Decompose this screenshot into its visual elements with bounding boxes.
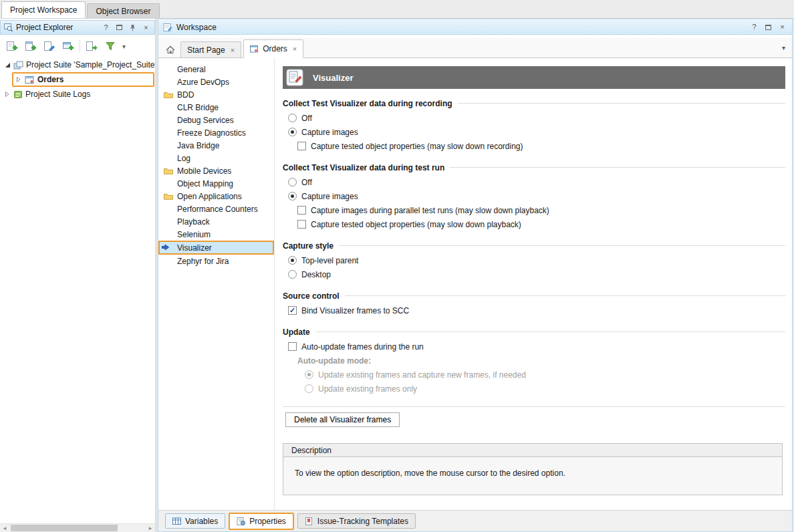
- check-glyph: ✓: [289, 307, 295, 314]
- radio-update-and-capture-new[interactable]: Update existing frames and capture new f…: [305, 368, 787, 382]
- export-item-button[interactable]: [83, 38, 100, 54]
- expand-icon[interactable]: [15, 76, 22, 83]
- radio-recording-off[interactable]: Off: [288, 111, 787, 125]
- tab-label: Start Page: [187, 45, 225, 55]
- radio-desktop[interactable]: Desktop: [288, 267, 787, 281]
- category-zephyr-for-jira[interactable]: Zephyr for Jira: [158, 255, 274, 267]
- radio-label: Top-level parent: [301, 256, 358, 265]
- float-window-icon[interactable]: [114, 23, 124, 33]
- radio-update-existing-only[interactable]: Update existing frames only: [305, 382, 787, 396]
- properties-icon: [237, 517, 245, 525]
- radio-checked-icon: [288, 128, 297, 136]
- radio-label: Off: [301, 178, 312, 187]
- tab-properties[interactable]: Properties: [229, 513, 294, 530]
- category-performance-counters[interactable]: Performance Counters: [158, 203, 274, 215]
- radio-testrun-off[interactable]: Off: [288, 175, 787, 189]
- radio-label: Capture images: [301, 128, 358, 137]
- tab-orders[interactable]: Orders ×: [243, 39, 303, 58]
- project-explorer-toolbar: ▾: [0, 36, 155, 56]
- expand-icon[interactable]: [4, 91, 11, 98]
- delete-visualizer-frames-button[interactable]: Delete all Visualizer frames: [285, 412, 400, 427]
- tab-variables[interactable]: Variables: [165, 513, 225, 529]
- checkbox-checked-icon: ✓: [288, 306, 297, 315]
- tab-label: Variables: [185, 517, 218, 526]
- category-label: BDD: [177, 90, 194, 100]
- tab-label: Issue-Tracking Templates: [317, 517, 408, 526]
- description-title: Description: [291, 446, 332, 455]
- category-azure-devops[interactable]: Azure DevOps: [158, 76, 274, 88]
- add-project-button[interactable]: [22, 38, 39, 54]
- orders-properties-editor: General Azure DevOps BDD CLR Bridge Debu…: [158, 58, 792, 510]
- tab-start-page[interactable]: Start Page ×: [180, 41, 241, 57]
- close-icon[interactable]: ×: [141, 23, 151, 33]
- category-selenium[interactable]: Selenium: [158, 228, 274, 241]
- help-icon[interactable]: ?: [749, 22, 759, 32]
- category-java-bridge[interactable]: Java Bridge: [158, 139, 274, 152]
- window-glyph: [116, 25, 122, 30]
- category-object-mapping[interactable]: Object Mapping: [158, 177, 274, 190]
- visualizer-icon: [286, 69, 303, 86]
- category-bdd[interactable]: BDD: [158, 88, 274, 101]
- category-log[interactable]: Log: [158, 152, 274, 164]
- scrollbar-thumb[interactable]: [11, 525, 118, 531]
- tree-item-label: Project Suite Logs: [25, 90, 90, 99]
- add-window-button[interactable]: [59, 38, 77, 54]
- category-clr-bridge[interactable]: CLR Bridge: [158, 101, 274, 114]
- scroll-left-icon[interactable]: ◂: [0, 524, 9, 532]
- category-label: Freeze Diagnostics: [177, 128, 246, 138]
- checkbox-icon: [288, 342, 297, 351]
- settings-page-header: Visualizer: [283, 66, 785, 89]
- scroll-right-icon[interactable]: ▸: [146, 524, 155, 532]
- radio-icon: [288, 114, 297, 122]
- radio-recording-capture-images[interactable]: Capture images: [288, 125, 787, 139]
- filter-button[interactable]: [102, 38, 119, 54]
- category-debug-services[interactable]: Debug Services: [158, 114, 274, 126]
- checkbox-auto-update-frames[interactable]: Auto-update frames during the run: [288, 340, 787, 354]
- tree-item-project-suite[interactable]: Project Suite 'Sample_Project_Suite' (1 …: [0, 59, 155, 71]
- category-general[interactable]: General: [158, 63, 274, 76]
- tab-object-browser[interactable]: Object Browser: [87, 3, 159, 18]
- edit-item-button[interactable]: [41, 38, 58, 54]
- toolbar-more-icon[interactable]: ▾: [120, 43, 128, 50]
- section-title-capture-style: Capture style: [283, 241, 785, 251]
- checkbox-testrun-capture-properties[interactable]: Capture tested object properties (may sl…: [297, 217, 787, 231]
- category-playback[interactable]: Playback: [158, 215, 274, 228]
- new-project-suite-button[interactable]: [3, 38, 21, 54]
- category-open-applications[interactable]: Open Applications: [158, 190, 274, 203]
- collapse-icon[interactable]: [4, 63, 11, 68]
- category-freeze-diagnostics[interactable]: Freeze Diagnostics: [158, 126, 274, 139]
- folder-icon: [164, 192, 173, 200]
- window-glyph: [765, 25, 771, 30]
- close-icon[interactable]: ×: [777, 22, 787, 32]
- pin-icon[interactable]: [128, 23, 138, 33]
- scrollbar-track[interactable]: [9, 524, 146, 532]
- home-icon[interactable]: [164, 41, 177, 57]
- radio-checked-icon: [288, 256, 297, 265]
- section-title-text: Collect Test Visualizer data during reco…: [283, 99, 452, 108]
- workspace-panel: Workspace ? × Start Page × Orders × ▾ Ge…: [158, 19, 793, 532]
- checkbox-bind-visualizer-scc[interactable]: ✓ Bind Visualizer frames to SCC: [288, 303, 787, 317]
- close-tab-icon[interactable]: ×: [231, 46, 235, 54]
- close-tab-icon[interactable]: ×: [293, 45, 297, 53]
- tree-item-project-suite-logs[interactable]: Project Suite Logs: [0, 88, 155, 100]
- issue-tracking-icon: [305, 517, 313, 525]
- section-title-text: Capture style: [283, 241, 334, 251]
- category-label: Visualizer: [177, 243, 212, 253]
- tab-list-chevron-icon[interactable]: ▾: [782, 44, 785, 51]
- tab-project-workspace[interactable]: Project Workspace: [1, 1, 86, 18]
- window-tab-bar: Project Workspace Object Browser: [0, 0, 794, 19]
- float-window-icon[interactable]: [763, 22, 773, 32]
- tab-label: Orders: [263, 44, 287, 53]
- category-label: Debug Services: [177, 116, 234, 125]
- checkbox-recording-capture-properties[interactable]: Capture tested object properties (may sl…: [297, 139, 787, 153]
- radio-testrun-capture-images[interactable]: Capture images: [288, 189, 787, 203]
- auto-update-mode-label: Auto-update mode:: [297, 354, 787, 368]
- tab-issue-tracking-templates[interactable]: Issue-Tracking Templates: [297, 513, 416, 529]
- checkbox-testrun-parallel-images[interactable]: Capture images during parallel test runs…: [297, 203, 787, 217]
- tree-item-orders[interactable]: Orders: [12, 72, 154, 87]
- help-icon[interactable]: ?: [101, 23, 111, 33]
- category-visualizer[interactable]: Visualizer: [158, 241, 274, 255]
- radio-top-level-parent[interactable]: Top-level parent: [288, 253, 787, 267]
- category-mobile-devices[interactable]: Mobile Devices: [158, 164, 274, 177]
- description-text: To view the option description, move the…: [283, 457, 782, 495]
